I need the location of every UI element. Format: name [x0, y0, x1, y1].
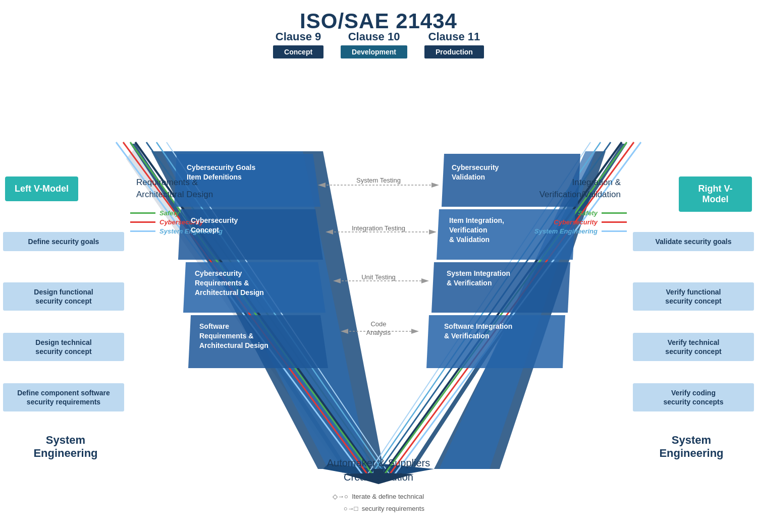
legend-iterate: ◇→○ Iterate & define technical: [333, 491, 424, 502]
test-label-code: CodeAnalysis: [352, 320, 405, 337]
v-block-left-1: CybersecurityConcept: [186, 212, 314, 239]
left-box-1: Design functionalsecurity concept: [3, 282, 124, 311]
svg-marker-27: [429, 229, 437, 234]
main-title: ISO/SAE 21434: [0, 0, 757, 33]
test-label-system: System Testing: [343, 176, 414, 184]
right-box-2: Verify technicalsecurity concept: [633, 333, 754, 361]
svg-marker-25: [318, 183, 326, 188]
left-box-3: Define component softwaresecurity requir…: [3, 383, 124, 411]
svg-marker-33: [411, 329, 419, 334]
v-block-left-0: Cybersecurity GoalsItem Defenitions: [182, 159, 315, 186]
svg-marker-31: [333, 278, 341, 283]
bottom-text: Automaker & SuppliersCreate Solution: [327, 456, 430, 484]
sys-eng-right: SystemEngineering: [646, 434, 737, 460]
right-box-0: Validate security goals: [633, 232, 754, 251]
legend-security: ○→□ security requirements: [333, 503, 424, 514]
v-block-left-3: SoftwareRequirements &Architectural Desi…: [194, 318, 319, 354]
left-vmodel-label: Left V-Model: [5, 176, 78, 201]
clause-9: Clause 9 Concept: [273, 30, 323, 58]
svg-marker-30: [421, 278, 429, 283]
left-box-2: Design technicalsecurity concept: [3, 333, 124, 361]
right-box-3: Verify codingsecurity concepts: [633, 383, 754, 411]
legend-bottom: ◇→○ Iterate & define technical ○→□ secur…: [333, 491, 424, 514]
v-block-left-2: CybersecurityRequirements &Architectural…: [190, 265, 317, 302]
svg-marker-28: [326, 229, 333, 234]
v-block-right-3: Software Integration& Verification: [439, 318, 565, 345]
right-vmodel-label: Right V-Model: [679, 176, 752, 212]
v-block-right-1: Item Integration,Verification& Validatio…: [444, 212, 575, 249]
left-box-0: Define security goals: [3, 232, 124, 251]
clause-11: Clause 11 Production: [424, 30, 484, 58]
test-label-integration: Integration Testing: [337, 224, 420, 232]
test-label-unit: Unit Testing: [346, 273, 411, 281]
svg-marker-34: [341, 329, 348, 334]
v-block-right-2: System Integration& Verification: [442, 265, 570, 292]
sys-eng-left: SystemEngineering: [20, 434, 111, 460]
safety-label-right: Safety: [578, 209, 598, 217]
clause-10: Clause 10 Development: [341, 30, 407, 58]
v-block-right-0: CybersecurityValidation: [447, 159, 580, 186]
safety-label-left: Safety: [159, 209, 179, 217]
svg-marker-24: [431, 183, 439, 188]
right-box-1: Verify functionalsecurity concept: [633, 282, 754, 311]
